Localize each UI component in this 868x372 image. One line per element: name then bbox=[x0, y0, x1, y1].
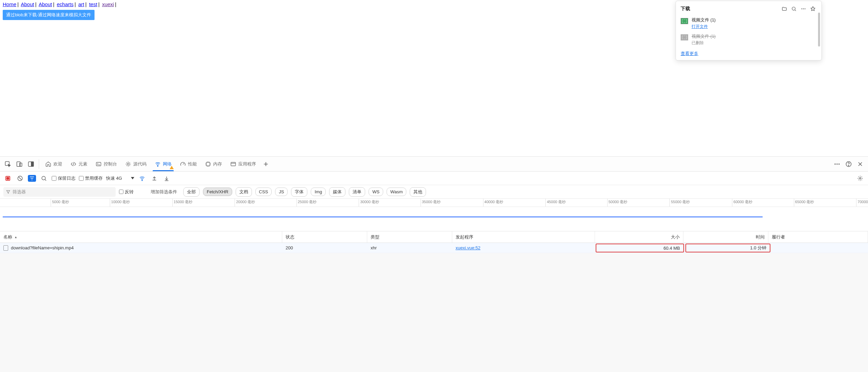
ruler-tick: 60000 毫秒 bbox=[733, 199, 752, 205]
request-size: 60.4 MB bbox=[596, 244, 684, 252]
nav-test[interactable]: test bbox=[89, 1, 97, 7]
col-name[interactable]: 名称 bbox=[0, 231, 282, 243]
close-icon[interactable] bbox=[854, 158, 866, 170]
filter-chip-doc[interactable]: 文档 bbox=[236, 187, 252, 197]
device-toggle-icon[interactable] bbox=[14, 158, 25, 170]
downloads-title: 下载 bbox=[681, 6, 690, 12]
tab-console[interactable]: 控制台 bbox=[91, 157, 121, 171]
request-time: 1.0 分钟 bbox=[685, 244, 770, 252]
record-icon[interactable] bbox=[3, 174, 12, 183]
ruler-tick: 35000 毫秒 bbox=[422, 199, 441, 205]
col-status[interactable]: 状态 bbox=[282, 231, 367, 243]
clear-icon[interactable] bbox=[16, 174, 24, 183]
view-more-link[interactable]: 查看更多 bbox=[681, 51, 698, 56]
filter-chip-all[interactable]: 全部 bbox=[183, 187, 200, 197]
download-via-blob-button[interactable]: 通过blob来下载-通过网络速度来模拟大文件 bbox=[3, 10, 95, 20]
tab-welcome[interactable]: 欢迎 bbox=[41, 157, 66, 171]
chevron-down-icon bbox=[131, 177, 134, 179]
downloads-scrollbar[interactable] bbox=[818, 13, 820, 47]
filter-chip-ws[interactable]: WS bbox=[369, 188, 383, 196]
network-request-row[interactable]: download?fileName=shipin.mp4 200 xhr xue… bbox=[0, 243, 868, 253]
tab-network[interactable]: 网络 bbox=[151, 157, 176, 171]
more-icon[interactable] bbox=[800, 5, 807, 13]
timeline-ruler[interactable]: 5000 毫秒10000 毫秒15000 毫秒20000 毫秒25000 毫秒3… bbox=[0, 199, 868, 207]
waterfall-overview[interactable] bbox=[0, 207, 868, 231]
more-icon[interactable] bbox=[831, 158, 843, 170]
tab-sources[interactable]: 源代码 bbox=[121, 157, 151, 171]
ruler-tick: 20000 毫秒 bbox=[236, 199, 255, 205]
download-icon[interactable] bbox=[162, 174, 171, 183]
invert-checkbox[interactable]: 反转 bbox=[119, 189, 134, 195]
col-type[interactable]: 类型 bbox=[367, 231, 452, 243]
nav-art[interactable]: art bbox=[78, 1, 84, 7]
network-conditions-icon[interactable] bbox=[138, 174, 147, 183]
tab-elements[interactable]: 元素 bbox=[66, 157, 91, 171]
download-item[interactable]: 视频文件 (1) 已删除 bbox=[676, 32, 821, 48]
request-status: 200 bbox=[282, 243, 367, 253]
svg-point-14 bbox=[835, 163, 836, 164]
filter-chip-wasm[interactable]: Wasm bbox=[387, 188, 406, 196]
pin-icon[interactable] bbox=[809, 5, 817, 13]
svg-point-22 bbox=[860, 177, 861, 179]
request-initiator-link[interactable]: xuexi.vue:52 bbox=[452, 243, 595, 253]
col-initiator[interactable]: 发起程序 bbox=[452, 231, 595, 243]
disable-cache-checkbox[interactable]: 禁用缓存 bbox=[79, 175, 103, 181]
add-filter-condition[interactable]: 增加筛选条件 bbox=[151, 189, 180, 195]
download-item[interactable]: 视频文件 (1) 打开文件 bbox=[676, 15, 821, 32]
filter-chip-manifest[interactable]: 清单 bbox=[349, 187, 365, 197]
upload-icon[interactable] bbox=[150, 174, 159, 183]
filter-chip-other[interactable]: 其他 bbox=[410, 187, 426, 197]
tab-performance[interactable]: 性能 bbox=[176, 157, 201, 171]
svg-rect-12 bbox=[206, 162, 210, 166]
tab-label: 控制台 bbox=[104, 161, 117, 167]
search-icon[interactable] bbox=[790, 5, 798, 13]
filter-chip-media[interactable]: 媒体 bbox=[329, 187, 345, 197]
nav-echarts[interactable]: echarts bbox=[57, 1, 73, 7]
folder-icon[interactable] bbox=[781, 5, 788, 13]
request-name: download?fileName=shipin.mp4 bbox=[11, 245, 74, 250]
svg-point-1 bbox=[801, 8, 802, 10]
network-table-header: 名称 状态 类型 发起程序 大小 时间 履行者 bbox=[0, 231, 868, 243]
filter-chip-fetch[interactable]: Fetch/XHR bbox=[203, 188, 232, 196]
file-icon bbox=[3, 245, 8, 251]
col-size[interactable]: 大小 bbox=[595, 231, 683, 243]
network-filter-bar: 筛选器 反转 增加筛选条件 全部 Fetch/XHR 文档 CSS JS 字体 … bbox=[0, 185, 868, 199]
add-tab-icon[interactable] bbox=[260, 158, 272, 170]
settings-gear-icon[interactable] bbox=[856, 174, 865, 183]
filter-chip-font[interactable]: 字体 bbox=[291, 187, 307, 197]
col-time[interactable]: 时间 bbox=[683, 231, 768, 243]
nav-about-1[interactable]: About bbox=[21, 1, 34, 7]
downloads-popup: 下载 视频文件 (1) 打开文件 视频文件 (1) 已删除 查看更多 bbox=[676, 1, 822, 60]
filter-placeholder: 筛选器 bbox=[13, 189, 26, 195]
throttle-select[interactable]: 快速 4G bbox=[106, 175, 134, 181]
nav-home[interactable]: Home bbox=[3, 1, 16, 7]
filter-toggle-icon[interactable] bbox=[28, 175, 36, 182]
nav-xuexi[interactable]: xuexi bbox=[102, 1, 114, 7]
inspect-icon[interactable] bbox=[2, 158, 14, 170]
svg-rect-8 bbox=[31, 162, 34, 166]
nav-about-2[interactable]: About bbox=[39, 1, 52, 7]
svg-rect-9 bbox=[96, 162, 101, 166]
preserve-log-checkbox[interactable]: 保留日志 bbox=[52, 175, 75, 181]
dock-icon[interactable] bbox=[25, 158, 37, 170]
filter-chip-img[interactable]: Img bbox=[311, 188, 326, 196]
svg-point-10 bbox=[127, 163, 129, 165]
filter-input[interactable]: 筛选器 bbox=[3, 187, 116, 197]
ruler-tick: 50000 毫秒 bbox=[609, 199, 628, 205]
tab-memory[interactable]: 内存 bbox=[201, 157, 226, 171]
svg-point-16 bbox=[838, 163, 839, 164]
ruler-tick: 55000 毫秒 bbox=[671, 199, 690, 205]
filter-chip-js[interactable]: JS bbox=[275, 188, 288, 196]
filter-chip-css[interactable]: CSS bbox=[255, 188, 272, 196]
tab-label: 性能 bbox=[188, 161, 197, 167]
ruler-tick: 65000 毫秒 bbox=[795, 199, 814, 205]
warning-badge-icon bbox=[170, 166, 174, 169]
svg-point-11 bbox=[157, 165, 158, 166]
open-file-link[interactable]: 打开文件 bbox=[692, 24, 708, 30]
download-item-status: 已删除 bbox=[692, 40, 716, 46]
svg-rect-13 bbox=[231, 162, 236, 166]
search-icon[interactable] bbox=[39, 174, 48, 183]
col-fulfiller[interactable]: 履行者 bbox=[768, 231, 868, 243]
tab-application[interactable]: 应用程序 bbox=[226, 157, 260, 171]
help-icon[interactable] bbox=[843, 158, 854, 170]
